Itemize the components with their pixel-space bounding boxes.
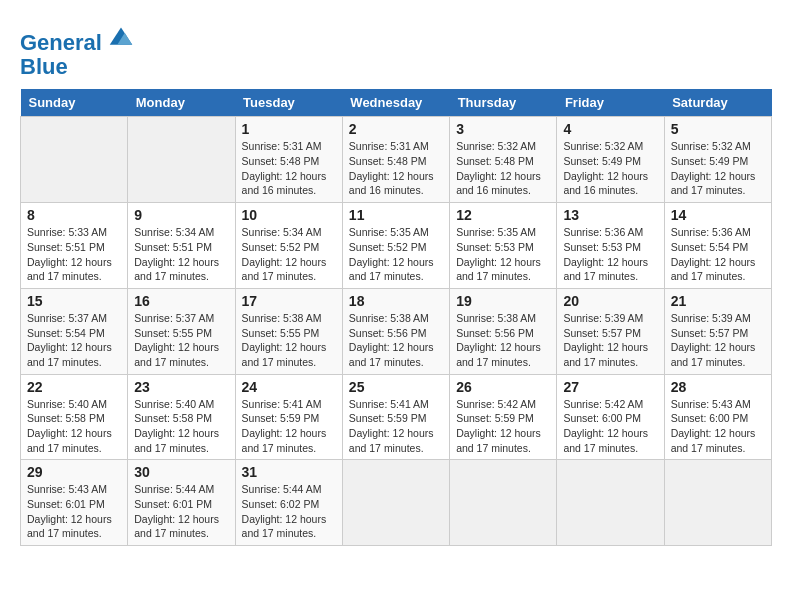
calendar-day-cell: 3Sunrise: 5:32 AMSunset: 5:48 PMDaylight… [450,117,557,203]
day-info: Sunrise: 5:35 AMSunset: 5:52 PMDaylight:… [349,226,434,282]
day-number: 29 [27,464,121,480]
weekday-header: Friday [557,89,664,117]
day-info: Sunrise: 5:34 AMSunset: 5:51 PMDaylight:… [134,226,219,282]
day-info: Sunrise: 5:43 AMSunset: 6:00 PMDaylight:… [671,398,756,454]
calendar-day-cell: 29Sunrise: 5:43 AMSunset: 6:01 PMDayligh… [21,460,128,546]
day-number: 24 [242,379,336,395]
calendar-day-cell: 27Sunrise: 5:42 AMSunset: 6:00 PMDayligh… [557,374,664,460]
weekday-header: Sunday [21,89,128,117]
logo: General Blue [20,20,136,79]
calendar-day-cell: 2Sunrise: 5:31 AMSunset: 5:48 PMDaylight… [342,117,449,203]
day-number: 18 [349,293,443,309]
calendar-week-row: 15Sunrise: 5:37 AMSunset: 5:54 PMDayligh… [21,288,772,374]
calendar-day-cell: 24Sunrise: 5:41 AMSunset: 5:59 PMDayligh… [235,374,342,460]
day-number: 11 [349,207,443,223]
calendar-day-cell: 20Sunrise: 5:39 AMSunset: 5:57 PMDayligh… [557,288,664,374]
logo-general: General [20,30,102,55]
day-number: 31 [242,464,336,480]
calendar-day-cell [128,117,235,203]
logo-icon [106,20,136,50]
logo-text: General Blue [20,20,136,79]
calendar-day-cell: 28Sunrise: 5:43 AMSunset: 6:00 PMDayligh… [664,374,771,460]
day-number: 8 [27,207,121,223]
calendar-day-cell: 15Sunrise: 5:37 AMSunset: 5:54 PMDayligh… [21,288,128,374]
day-number: 2 [349,121,443,137]
calendar-week-row: 22Sunrise: 5:40 AMSunset: 5:58 PMDayligh… [21,374,772,460]
calendar-day-cell [450,460,557,546]
day-info: Sunrise: 5:31 AMSunset: 5:48 PMDaylight:… [349,140,434,196]
day-number: 14 [671,207,765,223]
day-number: 17 [242,293,336,309]
calendar-week-row: 29Sunrise: 5:43 AMSunset: 6:01 PMDayligh… [21,460,772,546]
day-info: Sunrise: 5:38 AMSunset: 5:55 PMDaylight:… [242,312,327,368]
calendar-day-cell: 19Sunrise: 5:38 AMSunset: 5:56 PMDayligh… [450,288,557,374]
day-info: Sunrise: 5:42 AMSunset: 5:59 PMDaylight:… [456,398,541,454]
calendar-day-cell: 30Sunrise: 5:44 AMSunset: 6:01 PMDayligh… [128,460,235,546]
day-number: 26 [456,379,550,395]
day-number: 28 [671,379,765,395]
calendar-day-cell [664,460,771,546]
calendar-day-cell: 12Sunrise: 5:35 AMSunset: 5:53 PMDayligh… [450,203,557,289]
day-info: Sunrise: 5:44 AMSunset: 6:01 PMDaylight:… [134,483,219,539]
calendar-day-cell: 9Sunrise: 5:34 AMSunset: 5:51 PMDaylight… [128,203,235,289]
day-number: 12 [456,207,550,223]
day-info: Sunrise: 5:32 AMSunset: 5:49 PMDaylight:… [563,140,648,196]
day-info: Sunrise: 5:31 AMSunset: 5:48 PMDaylight:… [242,140,327,196]
day-number: 27 [563,379,657,395]
day-number: 13 [563,207,657,223]
day-number: 30 [134,464,228,480]
calendar-week-row: 1Sunrise: 5:31 AMSunset: 5:48 PMDaylight… [21,117,772,203]
calendar-day-cell: 14Sunrise: 5:36 AMSunset: 5:54 PMDayligh… [664,203,771,289]
day-number: 4 [563,121,657,137]
calendar-week-row: 8Sunrise: 5:33 AMSunset: 5:51 PMDaylight… [21,203,772,289]
day-info: Sunrise: 5:34 AMSunset: 5:52 PMDaylight:… [242,226,327,282]
day-number: 15 [27,293,121,309]
day-info: Sunrise: 5:40 AMSunset: 5:58 PMDaylight:… [27,398,112,454]
day-info: Sunrise: 5:41 AMSunset: 5:59 PMDaylight:… [242,398,327,454]
weekday-header: Monday [128,89,235,117]
calendar-day-cell: 17Sunrise: 5:38 AMSunset: 5:55 PMDayligh… [235,288,342,374]
calendar-day-cell: 4Sunrise: 5:32 AMSunset: 5:49 PMDaylight… [557,117,664,203]
calendar-day-cell: 31Sunrise: 5:44 AMSunset: 6:02 PMDayligh… [235,460,342,546]
day-info: Sunrise: 5:37 AMSunset: 5:55 PMDaylight:… [134,312,219,368]
day-info: Sunrise: 5:42 AMSunset: 6:00 PMDaylight:… [563,398,648,454]
calendar-day-cell [21,117,128,203]
logo-blue: Blue [20,54,68,79]
day-info: Sunrise: 5:36 AMSunset: 5:54 PMDaylight:… [671,226,756,282]
day-number: 1 [242,121,336,137]
day-number: 21 [671,293,765,309]
day-info: Sunrise: 5:44 AMSunset: 6:02 PMDaylight:… [242,483,327,539]
calendar-day-cell: 11Sunrise: 5:35 AMSunset: 5:52 PMDayligh… [342,203,449,289]
day-info: Sunrise: 5:39 AMSunset: 5:57 PMDaylight:… [563,312,648,368]
day-number: 16 [134,293,228,309]
day-info: Sunrise: 5:32 AMSunset: 5:49 PMDaylight:… [671,140,756,196]
day-number: 3 [456,121,550,137]
day-number: 9 [134,207,228,223]
day-info: Sunrise: 5:40 AMSunset: 5:58 PMDaylight:… [134,398,219,454]
day-number: 5 [671,121,765,137]
calendar-day-cell: 10Sunrise: 5:34 AMSunset: 5:52 PMDayligh… [235,203,342,289]
day-info: Sunrise: 5:36 AMSunset: 5:53 PMDaylight:… [563,226,648,282]
day-info: Sunrise: 5:32 AMSunset: 5:48 PMDaylight:… [456,140,541,196]
day-number: 10 [242,207,336,223]
day-number: 25 [349,379,443,395]
day-info: Sunrise: 5:37 AMSunset: 5:54 PMDaylight:… [27,312,112,368]
day-info: Sunrise: 5:41 AMSunset: 5:59 PMDaylight:… [349,398,434,454]
day-number: 22 [27,379,121,395]
calendar-day-cell: 21Sunrise: 5:39 AMSunset: 5:57 PMDayligh… [664,288,771,374]
calendar-day-cell [557,460,664,546]
page-header: General Blue [20,20,772,79]
day-info: Sunrise: 5:43 AMSunset: 6:01 PMDaylight:… [27,483,112,539]
day-number: 20 [563,293,657,309]
weekday-header: Wednesday [342,89,449,117]
calendar-header-row: SundayMondayTuesdayWednesdayThursdayFrid… [21,89,772,117]
calendar-day-cell: 16Sunrise: 5:37 AMSunset: 5:55 PMDayligh… [128,288,235,374]
calendar-day-cell [342,460,449,546]
calendar-day-cell: 25Sunrise: 5:41 AMSunset: 5:59 PMDayligh… [342,374,449,460]
weekday-header: Tuesday [235,89,342,117]
calendar-day-cell: 8Sunrise: 5:33 AMSunset: 5:51 PMDaylight… [21,203,128,289]
calendar-day-cell: 22Sunrise: 5:40 AMSunset: 5:58 PMDayligh… [21,374,128,460]
day-info: Sunrise: 5:33 AMSunset: 5:51 PMDaylight:… [27,226,112,282]
weekday-header: Thursday [450,89,557,117]
day-info: Sunrise: 5:38 AMSunset: 5:56 PMDaylight:… [349,312,434,368]
